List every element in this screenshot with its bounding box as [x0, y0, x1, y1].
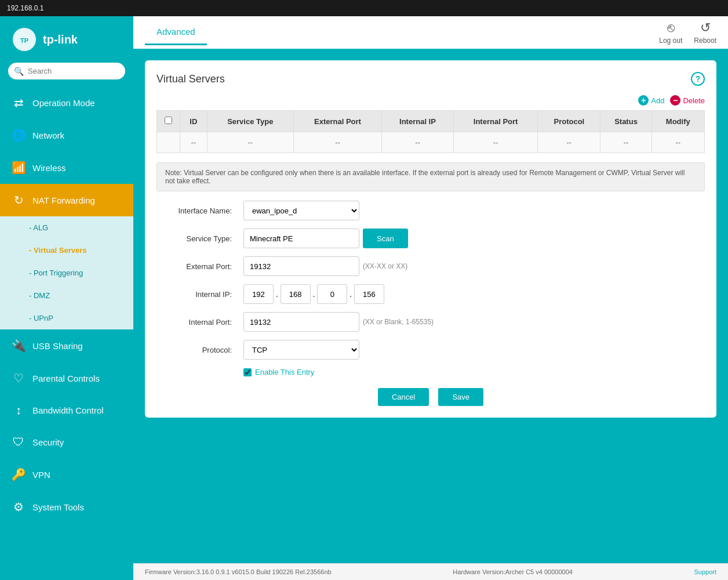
sidebar: TP tp-link 🔍 ⇄ Operation Mode 🌐 Network …: [0, 16, 133, 580]
protocol-control: TCP UDP ALL: [243, 340, 705, 360]
sidebar-item-operation-mode[interactable]: ⇄ Operation Mode: [0, 86, 133, 119]
logo: TP tp-link: [0, 16, 133, 63]
service-type-label: Service Type:: [156, 234, 238, 243]
sidebar-item-system-tools[interactable]: ⚙ System Tools: [0, 491, 133, 523]
col-checkbox: [157, 111, 180, 132]
footer: Firmware Version:3.16.0 0.9.1 v6015.0 Bu…: [133, 563, 728, 580]
logout-button[interactable]: ⎋ Log out: [659, 20, 682, 45]
sidebar-sub-port-triggering[interactable]: - Port Triggering: [0, 262, 133, 284]
sidebar-item-label: Network: [32, 130, 64, 140]
sidebar-sub-menu: - ALG - Virtual Servers - Port Triggerin…: [0, 216, 133, 329]
help-icon[interactable]: ?: [691, 72, 705, 86]
add-button[interactable]: + Add: [638, 95, 664, 106]
sidebar-sub-alg[interactable]: - ALG: [0, 216, 133, 239]
reboot-button[interactable]: ↺ Reboot: [694, 20, 716, 45]
external-port-hint: (XX-XX or XX): [363, 262, 407, 270]
reboot-label: Reboot: [694, 37, 716, 45]
ip-dot-1: .: [276, 290, 278, 299]
ip-part-1[interactable]: [243, 284, 274, 304]
sidebar-item-label: Security: [32, 437, 64, 447]
sidebar-sub-virtual-servers[interactable]: - Virtual Servers: [0, 239, 133, 262]
service-type-input[interactable]: [243, 229, 359, 248]
cancel-button[interactable]: Cancel: [378, 388, 429, 406]
sidebar-sub-dmz[interactable]: - DMZ: [0, 284, 133, 307]
row-modify: --: [651, 132, 704, 153]
sidebar-item-label: Wireless: [32, 163, 66, 173]
ip-part-4[interactable]: [354, 284, 384, 304]
ip-part-3[interactable]: [317, 284, 347, 304]
internal-ip-row: Internal IP: . . .: [156, 284, 705, 304]
sidebar-item-label: USB Sharing: [32, 341, 83, 351]
internal-ip-control: . . .: [243, 284, 705, 304]
external-port-row: External Port: (XX-XX or XX): [156, 256, 705, 276]
protocol-select[interactable]: TCP UDP ALL: [243, 340, 359, 360]
tab-advanced[interactable]: Advanced: [145, 20, 207, 45]
service-type-row: Service Type: Scan: [156, 229, 705, 248]
enable-control: Enable This Entry: [243, 368, 705, 376]
ip-dot-3: .: [350, 290, 352, 299]
col-status: Status: [600, 111, 651, 132]
row-checkbox-cell: [157, 132, 180, 153]
wireless-icon: 📶: [12, 161, 26, 175]
form-section: Note: Virtual Server can be configured o…: [156, 162, 705, 406]
add-label: Add: [651, 96, 664, 105]
sidebar-item-parental-controls[interactable]: ♡ Parental Controls: [0, 362, 133, 394]
sidebar-item-network[interactable]: 🌐 Network: [0, 119, 133, 151]
internal-port-label: Internal Port:: [156, 318, 238, 327]
service-type-control: Scan: [243, 229, 705, 248]
sidebar-item-label: NAT Forwarding: [32, 195, 95, 205]
sidebar-item-label: Parental Controls: [32, 374, 100, 383]
internal-port-input[interactable]: [243, 312, 359, 332]
add-icon: +: [638, 95, 649, 106]
security-icon: 🛡: [12, 436, 26, 449]
enable-text: Enable This Entry: [255, 368, 314, 376]
col-id: ID: [180, 111, 208, 132]
col-external-port: External Port: [294, 111, 382, 132]
enable-this-entry-label[interactable]: Enable This Entry: [243, 368, 314, 376]
table-toolbar: + Add − Delete: [156, 95, 705, 106]
sidebar-item-usb-sharing[interactable]: 🔌 USB Sharing: [0, 329, 133, 362]
top-bar: 192.168.0.1: [0, 0, 728, 16]
sidebar-item-label: System Tools: [32, 502, 84, 512]
sidebar-item-label: Operation Mode: [32, 98, 95, 108]
protocol-row: Protocol: TCP UDP ALL: [156, 340, 705, 360]
svg-text:TP: TP: [20, 37, 28, 44]
header-actions: ⎋ Log out ↺ Reboot: [659, 20, 716, 45]
sidebar-item-security[interactable]: 🛡 Security: [0, 426, 133, 458]
brand-name: tp-link: [43, 33, 78, 46]
col-protocol: Protocol: [538, 111, 600, 132]
external-port-input[interactable]: [243, 256, 359, 276]
external-port-control: (XX-XX or XX): [243, 256, 705, 276]
vpn-icon: 🔑: [12, 467, 26, 481]
col-internal-port: Internal Port: [453, 111, 537, 132]
search-icon: 🔍: [14, 67, 24, 76]
row-internal-port: --: [453, 132, 537, 153]
virtual-servers-panel: Virtual Servers ? + Add − Delete: [145, 60, 716, 418]
delete-icon: −: [670, 95, 680, 106]
row-external-port: --: [294, 132, 382, 153]
sidebar-item-bandwidth-control[interactable]: ↕ Bandwidth Control: [0, 394, 133, 426]
search-input[interactable]: [8, 63, 125, 79]
network-icon: 🌐: [12, 128, 26, 142]
reboot-icon: ↺: [700, 20, 711, 35]
save-button[interactable]: Save: [438, 388, 483, 406]
row-protocol: --: [538, 132, 600, 153]
row-id: --: [180, 132, 208, 153]
note-box: Note: Virtual Server can be configured o…: [156, 162, 705, 191]
logout-icon: ⎋: [667, 20, 675, 35]
select-all-checkbox[interactable]: [165, 117, 172, 124]
delete-button[interactable]: − Delete: [670, 95, 705, 106]
sidebar-sub-upnp[interactable]: - UPnP: [0, 307, 133, 329]
system-tools-icon: ⚙: [12, 500, 26, 514]
sidebar-item-nat-forwarding[interactable]: ↻ NAT Forwarding: [0, 184, 133, 216]
panel-title: Virtual Servers: [156, 73, 225, 85]
support-link[interactable]: Support: [694, 568, 716, 575]
sidebar-item-label: Bandwidth Control: [32, 405, 104, 415]
sidebar-item-vpn[interactable]: 🔑 VPN: [0, 458, 133, 491]
enable-checkbox[interactable]: [243, 368, 252, 376]
ip-part-2[interactable]: [281, 284, 311, 304]
enable-row: Enable This Entry: [156, 368, 705, 376]
scan-button[interactable]: Scan: [363, 229, 408, 248]
interface-name-select[interactable]: ewan_ipoe_d: [243, 201, 359, 220]
sidebar-item-wireless[interactable]: 📶 Wireless: [0, 151, 133, 184]
